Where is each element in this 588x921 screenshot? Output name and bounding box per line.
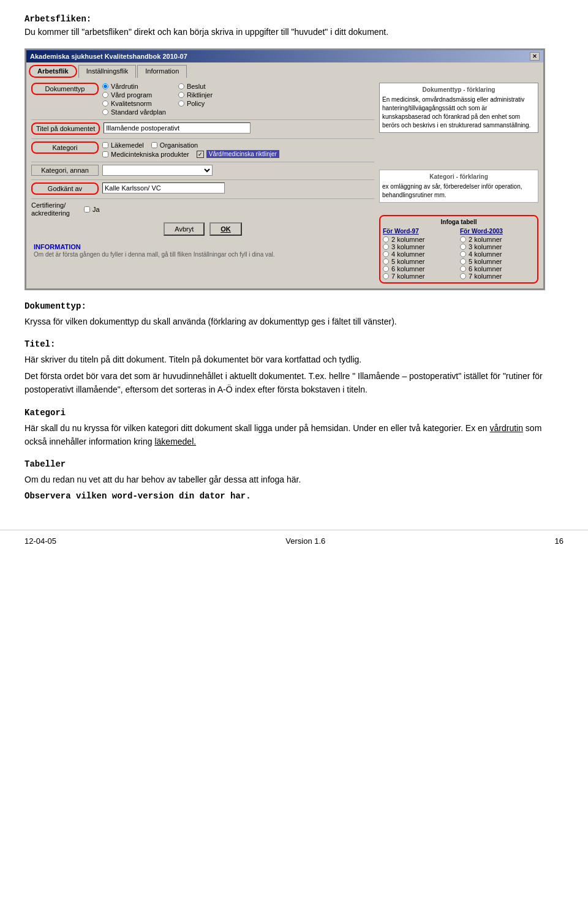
divider-2 — [31, 138, 374, 139]
infoga-97-5kol-label: 5 kolumner — [391, 258, 424, 265]
radio-vardprogram-input[interactable] — [102, 92, 108, 98]
info-label: INFORMATION — [34, 243, 372, 250]
infoga-2003-3kol-label: 3 kolumner — [469, 243, 502, 250]
buttons-row: Avbryt OK — [31, 222, 374, 236]
cb-organisation-input[interactable] — [151, 142, 157, 148]
infoga-col-word97: För Word-97 2 kolumner 3 kolumner — [383, 228, 458, 280]
kategori-info-text: ex omläggning av sår, förberedelser infö… — [382, 182, 535, 200]
dokumenttyp-label: Dokumenttyp — [31, 83, 99, 95]
tab-arbetsflik[interactable]: Arbetsflik — [29, 65, 77, 78]
infoga-2003-2kol-input[interactable] — [460, 236, 466, 242]
cb-lakemedel-label: Läkemedel — [111, 141, 144, 149]
ok-button[interactable]: OK — [209, 222, 242, 236]
radio-kvalitetsnorm: Kvalitetsnorm — [102, 100, 166, 107]
tab-information[interactable]: Information — [137, 65, 187, 78]
tab-installningsflik[interactable]: Inställningsflik — [78, 65, 136, 78]
infoga-97-2kol-input[interactable] — [383, 236, 389, 242]
radio-beslut-label: Beslut — [187, 83, 206, 90]
divider-5 — [31, 198, 374, 199]
godkant-input[interactable] — [102, 182, 225, 194]
infoga-97-4kol: 4 kolumner — [383, 250, 458, 258]
dokumenttyp-info-text: En medicinsk, omvårdnadsmässig eller adm… — [382, 96, 535, 130]
intro-title: Arbetsfliken: — [24, 14, 91, 24]
vardrutin-link[interactable]: vårdrutin — [490, 423, 523, 433]
infoga-97-4kol-label: 4 kolumner — [391, 250, 424, 258]
kategori-section-text: Här skall du nu kryssa för vilken katego… — [24, 421, 564, 449]
radio-riktlinjer: Riktlinjer — [178, 91, 213, 99]
intro-section: Arbetsfliken: Du kommer till "arbetsflik… — [24, 12, 564, 39]
kategori-info-box: Kategori - förklaring ex omläggning av s… — [379, 170, 538, 203]
radio-policy-input[interactable] — [178, 100, 184, 107]
divider-1 — [31, 119, 374, 120]
kategori-annan-row: Kategori, annan — [31, 165, 374, 176]
radio-standard-input[interactable] — [102, 109, 108, 115]
kategori-annan-select[interactable] — [102, 165, 213, 176]
cb-vard: ✓ Vård/medicinska riktlinjer — [197, 150, 279, 158]
infoga-2003-4kol-input[interactable] — [460, 251, 466, 257]
godkant-row: Godkänt av — [31, 182, 374, 195]
cb-medicintekniska-label: Medicintekniska produkter — [111, 151, 189, 158]
godkant-label: Godkänt av — [31, 182, 99, 195]
close-button[interactable]: ✕ — [530, 52, 540, 61]
info-text: Om det är första gången du fyller i denn… — [34, 250, 372, 259]
infoga-2003-6kol-input[interactable] — [460, 266, 466, 272]
infoga-97-2kol-label: 2 kolumner — [391, 236, 424, 243]
tabeller-text-section: Tabeller Om du redan nu vet att du har b… — [24, 459, 564, 503]
win-right-panel: Dokumenttyp - förklaring En medicinsk, o… — [379, 83, 538, 284]
infoga-2003-4kol-label: 4 kolumner — [469, 250, 502, 258]
intro-text: Du kommer till "arbetsfliken" direkt och… — [24, 27, 388, 37]
infoga-97-7kol-input[interactable] — [383, 273, 389, 279]
kategori-annan-label: Kategori, annan — [31, 165, 99, 176]
radio-standard-label: Standard vårdplan — [111, 108, 166, 116]
divider-3 — [31, 162, 374, 162]
dokumenttyp-section-text: Kryssa för vilken dokumenttyp du skall a… — [24, 315, 564, 328]
infoga-97-4kol-input[interactable] — [383, 251, 389, 257]
cb-organisation: Organisation — [151, 141, 198, 149]
radio-policy: Policy — [178, 100, 213, 107]
infoga-2003-5kol: 5 kolumner — [460, 258, 535, 265]
lakemedel-link[interactable]: läkemedel. — [154, 437, 196, 446]
infoga-2003-3kol-input[interactable] — [460, 244, 466, 250]
infoga-97-3kol-input[interactable] — [383, 244, 389, 250]
kategori-info-title: Kategori - förklaring — [382, 173, 535, 181]
cb-lakemedel-input[interactable] — [102, 142, 108, 148]
radio-standard: Standard vårdplan — [102, 108, 166, 116]
titlebar-buttons: ✕ — [530, 52, 540, 61]
certifiering-input[interactable] — [84, 206, 90, 212]
radio-group-right: Beslut Riktlinjer Policy — [178, 83, 213, 116]
cb-medicintekniska-input[interactable] — [102, 151, 108, 157]
infoga-2003-2kol: 2 kolumner — [460, 236, 535, 243]
kategori-checkboxes-row1: Läkemedel Organisation — [102, 141, 279, 149]
dokumenttyp-row: Dokumenttyp Vårdrutin Vård program — [31, 83, 374, 116]
page-footer: 12-04-05 Version 1.6 16 — [0, 530, 588, 552]
radio-beslut-input[interactable] — [178, 83, 184, 89]
infoga-2003-3kol: 3 kolumner — [460, 243, 535, 250]
avbryt-button[interactable]: Avbryt — [164, 222, 205, 236]
radio-kvalitetsnorm-input[interactable] — [102, 100, 108, 107]
radio-riktlinjer-input[interactable] — [178, 92, 184, 98]
infoga-col1-header: För Word-97 — [383, 228, 458, 235]
infoga-97-7kol-label: 7 kolumner — [391, 273, 424, 280]
infoga-97-6kol-label: 6 kolumner — [391, 265, 424, 273]
radio-vardprogram-label: Vård program — [111, 91, 152, 99]
cb-vard-checked: ✓ — [197, 151, 204, 158]
radio-vardrutin-input[interactable] — [102, 83, 108, 89]
infoga-97-2kol: 2 kolumner — [383, 236, 458, 243]
infoga-2003-5kol-input[interactable] — [460, 258, 466, 265]
win-titlebar: Akademiska sjukhuset Kvalitetshandbok 20… — [26, 50, 543, 62]
infoga-97-7kol: 7 kolumner — [383, 273, 458, 280]
footer-page: 16 — [555, 536, 564, 546]
tabeller-section-text1: Om du redan nu vet att du har behov av t… — [24, 473, 564, 486]
infoga-2003-7kol-input[interactable] — [460, 273, 466, 279]
certifiering-checkbox: Ja — [84, 206, 100, 213]
infoga-97-6kol-input[interactable] — [383, 266, 389, 272]
infoga-2003-7kol: 7 kolumner — [460, 273, 535, 280]
infoga-97-5kol-input[interactable] — [383, 258, 389, 265]
cb-vard-label: Vård/medicinska riktlinjer — [206, 150, 279, 158]
titel-input[interactable] — [104, 122, 251, 133]
cb-medicintekniska: Medicintekniska produkter — [102, 150, 189, 158]
certifiering-ja: Ja — [92, 206, 100, 213]
win-tabs: Arbetsflik Inställningsflik Information — [26, 62, 543, 78]
titel-section-text1: Här skriver du titeln på ditt dokument. … — [24, 353, 564, 366]
radio-riktlinjer-label: Riktlinjer — [187, 91, 213, 99]
